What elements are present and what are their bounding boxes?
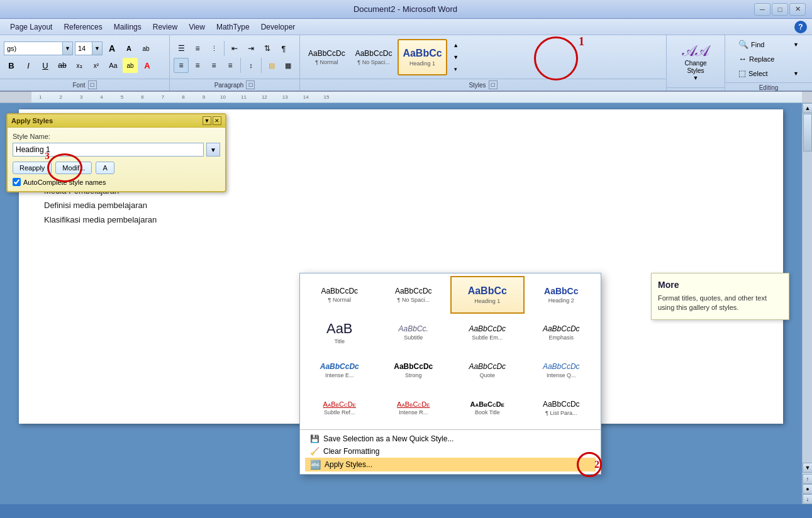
vertical-scrollbar[interactable]: ▲ ▼ ↑ ● ↓ [802, 103, 812, 504]
apply-styles-item[interactable]: 🔤 Apply Styles... 2 [305, 458, 596, 471]
numbering-button[interactable]: ≡ [190, 41, 205, 56]
style-normal-button[interactable]: AaBbCcDc ¶ Normal [304, 39, 350, 75]
styles-more-button[interactable]: ▾ [448, 63, 464, 75]
bullets-button[interactable]: ☰ [174, 41, 189, 56]
scroll-thumb[interactable] [803, 114, 812, 152]
menu-references[interactable]: References [58, 21, 107, 33]
borders-button[interactable]: ▦ [281, 58, 296, 73]
font-button[interactable]: A [96, 162, 114, 174]
style-name-input[interactable] [13, 143, 204, 157]
dropdown-strong[interactable]: AaBbCcDc Strong [377, 351, 451, 389]
strikethrough-button[interactable]: ab [55, 58, 70, 73]
superscript-button[interactable]: x² [89, 58, 104, 73]
font-name-arrow[interactable]: ▼ [62, 42, 72, 55]
bold-button[interactable]: B [4, 58, 19, 73]
menu-page-layout[interactable]: Page Layout [5, 21, 57, 33]
grow-font-button[interactable]: A [104, 41, 120, 56]
document-area[interactable]: BAB I PENDAHULUAN Latar Belakang Tujuan … [0, 103, 802, 504]
scroll-down-button[interactable]: ▼ [803, 463, 812, 473]
tooltip-text: Format titles, quotes, and other text us… [658, 294, 782, 313]
multilevel-button[interactable]: ⋮ [206, 41, 221, 56]
style-no-spacing-button[interactable]: AaBbCcDc ¶ No Spaci... [351, 39, 397, 75]
dropdown-emphasis[interactable]: AaBbCcDc Emphasis [525, 314, 599, 351]
save-quick-style-item[interactable]: 💾 Save Selection as a New Quick Style... [305, 433, 596, 445]
font-color-button[interactable]: A [140, 58, 155, 73]
menu-developer[interactable]: Developer [256, 21, 301, 33]
align-right-button[interactable]: ≡ [206, 58, 221, 73]
justify-button[interactable]: ≡ [223, 58, 238, 73]
scroll-next-page[interactable]: ↓ [803, 494, 812, 504]
change-styles-button[interactable]: 𝒜𝒜 ChangeStyles ▼ [670, 45, 721, 79]
scroll-select[interactable]: ● [803, 484, 812, 494]
scroll-prev-page[interactable]: ↑ [803, 474, 812, 484]
replace-button[interactable]: ↔ Replace [734, 52, 803, 65]
font-expand-icon[interactable]: ☐ [88, 80, 97, 89]
increase-indent-button[interactable]: ⇥ [243, 41, 259, 56]
editing-group-content: 🔍 Find ▼ ↔ Replace ⬚ Select ▼ [725, 35, 812, 82]
dropdown-strong-label: Strong [405, 372, 422, 378]
panel-pin-button[interactable]: ▼ [203, 116, 211, 125]
dropdown-heading1[interactable]: AaBbCc Heading 1 [450, 276, 525, 314]
shrink-font-button[interactable]: A [121, 41, 136, 56]
highlight-button[interactable]: ab [123, 58, 138, 73]
menu-mailings[interactable]: Mailings [109, 21, 147, 33]
tooltip-title: More [658, 280, 782, 290]
dropdown-title[interactable]: AaB Title [303, 314, 377, 351]
underline-button[interactable]: U [38, 58, 53, 73]
change-case-button[interactable]: Aa [106, 58, 121, 73]
reapply-button[interactable]: Reapply [13, 162, 52, 174]
replace-label: Replace [749, 55, 774, 63]
dropdown-nospacing[interactable]: AaBbCcDc ¶ No Spaci... [377, 276, 451, 314]
scroll-up-button[interactable]: ▲ [803, 103, 812, 113]
find-button[interactable]: 🔍 Find ▼ [734, 38, 803, 51]
panel-close-button[interactable]: ✕ [213, 116, 221, 125]
minimize-button[interactable]: ─ [754, 3, 770, 16]
help-icon[interactable]: ? [794, 21, 807, 33]
paragraph-expand-icon[interactable]: ☐ [246, 80, 255, 89]
autocomplete-checkbox[interactable] [13, 178, 21, 186]
dropdown-heading2[interactable]: AaBbCc Heading 2 [525, 276, 599, 314]
italic-button[interactable]: I [21, 58, 36, 73]
dropdown-intense-em[interactable]: AaBbCcDc Intense E... [303, 351, 377, 389]
font-name-combo[interactable]: gs) ▼ [4, 41, 73, 55]
dropdown-intense-r[interactable]: AaBbCcDe Intense R... [377, 389, 451, 427]
dropdown-subtle-ref-label: Subtle Ref... [324, 409, 355, 416]
dropdown-subtitle[interactable]: AaBbCc. Subtitle [377, 314, 451, 351]
clear-formatting-item[interactable]: 🧹 Clear Formatting [305, 445, 596, 458]
dropdown-subtle-ref[interactable]: AaBbCcDe Subtle Ref... [303, 389, 377, 427]
menu-view[interactable]: View [184, 21, 210, 33]
close-button[interactable]: ✕ [789, 3, 806, 16]
dropdown-subtle-em[interactable]: AaBbCcDc Subtle Em... [450, 314, 525, 351]
dropdown-heading1-preview: AaBbCc [468, 285, 507, 297]
menu-bar: Page Layout References Mailings Review V… [0, 19, 812, 35]
menu-mathtype[interactable]: MathType [211, 21, 255, 33]
dropdown-book-title[interactable]: AaBbCcDe Book Title [450, 389, 525, 427]
font-size-combo[interactable]: 14 ▼ [75, 41, 103, 55]
select-button[interactable]: ⬚ Select ▼ [734, 67, 803, 80]
sort-button[interactable]: ⇅ [260, 41, 275, 56]
font-size-arrow[interactable]: ▼ [92, 42, 102, 55]
dropdown-intense-q[interactable]: AaBbCcDc Intense Q... [525, 351, 599, 389]
decrease-indent-button[interactable]: ⇤ [227, 41, 242, 56]
dropdown-quote[interactable]: AaBbCcDc Quote [450, 351, 525, 389]
align-center-button[interactable]: ≡ [190, 58, 205, 73]
align-left-button[interactable]: ≡ [174, 58, 189, 73]
show-para-button[interactable]: ¶ [276, 41, 291, 56]
styles-scroll-up[interactable]: ▲ [448, 40, 464, 51]
clear-format-button[interactable]: ab [138, 41, 153, 56]
line-spacing-button[interactable]: ↕ [243, 58, 259, 73]
apply-styles-panel: Apply Styles ▼ ✕ Style Name: ▼ Reapply M… [6, 113, 226, 192]
subscript-button[interactable]: x₂ [72, 58, 87, 73]
dropdown-normal[interactable]: AaBbCcDc ¶ Normal [303, 276, 377, 314]
modify-button[interactable]: Modif... 3 [55, 162, 92, 174]
shading-button[interactable]: ▤ [264, 58, 279, 73]
styles-expand-icon[interactable]: ☐ [489, 80, 498, 89]
style-dropdown-button[interactable]: ▼ [206, 143, 220, 157]
styles-scroll-down[interactable]: ▼ [448, 52, 464, 63]
style-heading1-button[interactable]: AaBbCc Heading 1 [398, 39, 447, 75]
dropdown-list-para[interactable]: AaBbCcDc ¶ List Para... [525, 389, 599, 427]
menu-review[interactable]: Review [148, 21, 182, 33]
scroll-track[interactable] [803, 113, 812, 463]
maximize-button[interactable]: □ [772, 3, 788, 16]
dropdown-nospacing-preview: AaBbCcDc [395, 287, 432, 295]
